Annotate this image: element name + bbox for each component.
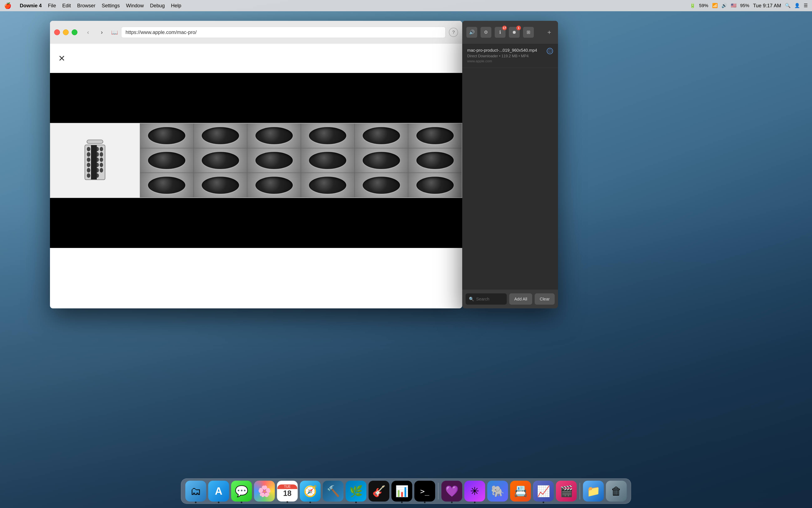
- grille-cell: [301, 173, 354, 198]
- downie-content-area: [462, 68, 558, 290]
- user-icon[interactable]: 👤: [794, 3, 800, 8]
- dock-item-trash[interactable]: 🗑: [606, 481, 627, 502]
- downie-toolbar-icons: 🔊 ⚙ ℹ 17 ⏺ 1 ⊞: [466, 27, 534, 38]
- calendar-header: TUE: [277, 484, 297, 489]
- dock-dot: [309, 502, 311, 503]
- grille-cell: [354, 173, 408, 198]
- dock-separator-2: [580, 483, 580, 500]
- grille-cell: [354, 148, 408, 173]
- downie-panel: 🔊 ⚙ ℹ 17 ⏺ 1 ⊞ + mac-pro-product-...019_…: [462, 21, 558, 308]
- mac-pro-hole: [87, 147, 90, 151]
- safari-icon: 🧭: [303, 485, 317, 498]
- menubar: 🍎 Downie 4 File Edit Browser Settings Wi…: [0, 0, 812, 11]
- url-bar[interactable]: https://www.apple.com/mac-pro/: [121, 27, 445, 38]
- page-section-bottom: [50, 248, 462, 288]
- menubar-window[interactable]: Window: [126, 3, 144, 8]
- download-meta: Direct Downloader • 119.2 MB • MP4: [467, 54, 545, 58]
- dock-item-instastats[interactable]: 📈: [533, 481, 554, 502]
- dock-item-instruments[interactable]: 🎸: [369, 481, 389, 502]
- menubar-browser[interactable]: Browser: [77, 3, 95, 8]
- dock-item-sourcetree[interactable]: 🌿: [346, 481, 367, 502]
- search-placeholder: Search: [476, 297, 489, 301]
- menubar-settings[interactable]: Settings: [102, 3, 120, 8]
- help-button[interactable]: ?: [449, 28, 458, 37]
- grille-cell: [247, 123, 301, 148]
- mac-pro-small-view: [50, 123, 140, 198]
- clear-button[interactable]: Clear: [535, 293, 555, 305]
- maximize-button[interactable]: [71, 29, 78, 35]
- info-button[interactable]: ℹ 17: [495, 27, 506, 38]
- download-info-button[interactable]: ⓘ: [547, 48, 553, 54]
- url-text: https://www.apple.com/mac-pro/: [126, 29, 197, 35]
- trash-icon: 🗑: [611, 485, 622, 497]
- menubar-file[interactable]: File: [48, 3, 56, 8]
- dock-item-photos[interactable]: 🌸: [254, 481, 275, 502]
- search-field[interactable]: 🔍 Search: [466, 293, 507, 305]
- grille-cell: [354, 123, 408, 148]
- add-all-button[interactable]: Add All: [509, 293, 532, 305]
- browser-window: ‹ › 📖 https://www.apple.com/mac-pro/ ? ✕: [50, 21, 462, 308]
- add-button[interactable]: +: [545, 28, 554, 37]
- volume-icon: 🔊: [721, 3, 727, 8]
- browser-titlebar: ‹ › 📖 https://www.apple.com/mac-pro/ ?: [50, 21, 462, 44]
- dock-item-terminal[interactable]: >_: [414, 481, 435, 502]
- dock-item-calendar[interactable]: TUE 18: [277, 481, 298, 502]
- downie-bottombar: 🔍 Search Add All Clear: [462, 290, 558, 308]
- grille-cell: [140, 123, 194, 148]
- apple-menu-icon[interactable]: 🍎: [4, 2, 11, 9]
- dock-dot: [424, 502, 426, 503]
- clock: Tue 9:17 AM: [753, 3, 781, 8]
- dock-item-finder[interactable]: 🗂: [185, 481, 206, 502]
- bookmarks-button[interactable]: 📖: [111, 29, 118, 36]
- settings-button[interactable]: ⚙: [481, 27, 491, 38]
- close-button[interactable]: [54, 29, 60, 35]
- folder-icon: 📁: [587, 485, 600, 498]
- grille-cell: [140, 173, 194, 198]
- forward-button[interactable]: ›: [97, 27, 107, 38]
- menubar-app-name[interactable]: Downie 4: [20, 3, 42, 8]
- dock-item-safari[interactable]: 🧭: [300, 481, 321, 502]
- dock-item-folder[interactable]: 📁: [583, 481, 604, 502]
- mac-pro-hole: [100, 158, 103, 162]
- menubar-debug[interactable]: Debug: [150, 3, 165, 8]
- back-button[interactable]: ‹: [83, 27, 93, 38]
- pockity-icon: ✳: [470, 485, 479, 497]
- mac-pro-hole: [100, 147, 103, 151]
- mac-pro-hole: [100, 163, 103, 167]
- speaker-button[interactable]: 🔊: [466, 27, 477, 38]
- page-black-section-2: [50, 198, 462, 248]
- finder-icon: 🗂: [190, 485, 201, 497]
- menubar-edit[interactable]: Edit: [62, 3, 71, 8]
- dock-separator: [438, 483, 438, 500]
- minimize-button[interactable]: [63, 29, 69, 35]
- dock-item-cardhop[interactable]: 📇: [510, 481, 531, 502]
- dock-item-slack[interactable]: 💜: [441, 481, 462, 502]
- grille-cell: [408, 173, 462, 198]
- dock-item-activity[interactable]: 📊: [391, 481, 412, 502]
- mac-pro-hole: [87, 163, 90, 167]
- cardhop-icon: 📇: [514, 485, 527, 498]
- dock-dot: [474, 502, 476, 503]
- dock-item-pockity[interactable]: ✳: [464, 481, 485, 502]
- dock-dot: [542, 502, 544, 503]
- dock-item-messages[interactable]: 💬: [231, 481, 252, 502]
- dock-item-mastonaut[interactable]: 🐘: [487, 481, 508, 502]
- close-x-icon[interactable]: ✕: [58, 53, 65, 63]
- mac-pro-hole: [100, 168, 103, 172]
- dock-item-appstore[interactable]: A: [208, 481, 229, 502]
- menubar-help[interactable]: Help: [171, 3, 181, 8]
- dock-item-claquette[interactable]: 🎬: [556, 481, 577, 502]
- recording-button[interactable]: ⏺ 1: [509, 27, 520, 38]
- calendar-date: 18: [283, 489, 291, 498]
- dock-dot: [195, 502, 197, 503]
- flag-icon: 🇺🇸: [731, 3, 736, 8]
- spotlight-icon[interactable]: 🔍: [785, 3, 791, 8]
- mac-pro-hole: [87, 158, 90, 162]
- dock-dot: [451, 502, 452, 503]
- instastats-icon: 📈: [537, 485, 550, 498]
- menu-icon[interactable]: ☰: [804, 3, 808, 8]
- messages-icon: 💬: [235, 485, 248, 498]
- dock-item-xcode[interactable]: 🔨: [323, 481, 343, 502]
- mac-pro-small-illustration: [83, 140, 107, 181]
- grid-button[interactable]: ⊞: [523, 27, 534, 38]
